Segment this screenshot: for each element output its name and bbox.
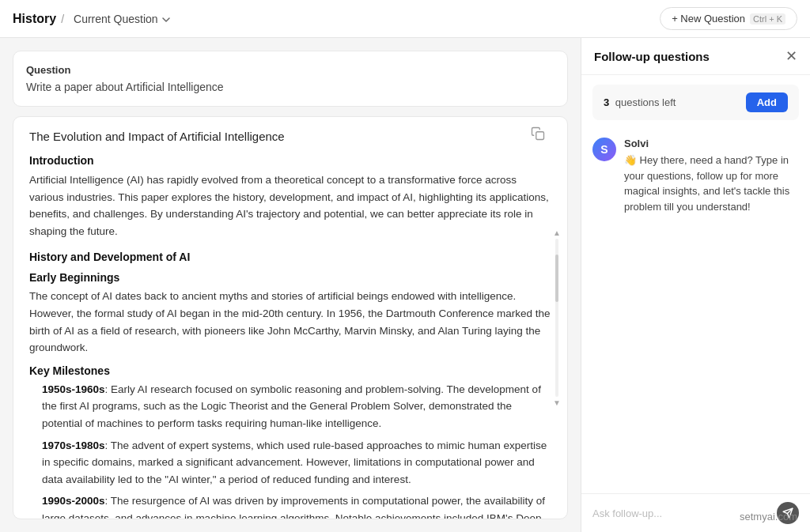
- close-button[interactable]: ✕: [785, 49, 797, 63]
- solvi-message-text: 👋 Hey there, need a hand? Type in your q…: [624, 153, 799, 214]
- milestone-1950s-period: 1950s-1960s: [42, 383, 105, 395]
- scroll-down-arrow[interactable]: ▼: [553, 398, 561, 407]
- question-label: Question: [26, 64, 555, 76]
- subsection-early-beginnings: Early Beginnings: [29, 271, 551, 284]
- solvi-bubble: Solvi 👋 Hey there, need a hand? Type in …: [624, 138, 799, 214]
- milestone-1990s: 1990s-2000s: The resurgence of AI was dr…: [42, 492, 551, 519]
- scroll-thumb: [555, 255, 558, 302]
- watermark: setmyai.com: [740, 511, 797, 523]
- response-card: ▲ ▼ The Evolution and Impact of Artifici…: [13, 116, 568, 519]
- milestone-list: 1950s-1960s: Early AI research focused o…: [29, 381, 551, 519]
- new-question-label: + New Question: [672, 13, 745, 25]
- subsection-key-milestones: Key Milestones: [29, 364, 551, 377]
- scroll-track: [555, 239, 558, 397]
- response-title: The Evolution and Impact of Artificial I…: [29, 130, 551, 143]
- current-question-label: Current Question: [74, 13, 158, 25]
- question-card: Question Write a paper about Artificial …: [13, 51, 568, 107]
- milestone-1970s-period: 1970s-1980s: [42, 440, 105, 451]
- keyboard-shortcut: Ctrl + K: [750, 13, 785, 25]
- milestone-1970s: 1970s-1980s: The advent of expert system…: [42, 437, 551, 489]
- section-introduction-heading: Introduction: [29, 154, 551, 167]
- breadcrumb: History / Current Question: [13, 11, 176, 27]
- add-button[interactable]: Add: [746, 92, 788, 112]
- section-history-heading: History and Development of AI: [29, 251, 551, 263]
- app-header: History / Current Question + New Questio…: [0, 0, 810, 38]
- breadcrumb-separator: /: [61, 13, 64, 25]
- milestone-1950s: 1950s-1960s: Early AI research focused o…: [42, 381, 551, 432]
- milestone-1950s-text: : Early AI research focused on symbolic …: [42, 383, 541, 429]
- solvi-name: Solvi: [624, 138, 799, 149]
- introduction-text: Artificial Intelligence (AI) has rapidly…: [29, 172, 551, 240]
- questions-left-label: questions left: [615, 96, 676, 108]
- solvi-message-row: S Solvi 👋 Hey there, need a hand? Type i…: [592, 138, 799, 214]
- questions-count: 3: [604, 96, 609, 108]
- scroll-up-arrow[interactable]: ▲: [553, 228, 561, 237]
- question-text: Write a paper about Artificial Intellige…: [26, 81, 555, 93]
- solvi-avatar: S: [592, 138, 616, 161]
- questions-left-bar: 3 questions left Add: [592, 85, 799, 120]
- right-panel: Follow-up questions ✕ 3 questions left A…: [581, 38, 810, 532]
- new-question-button[interactable]: + New Question Ctrl + K: [660, 7, 797, 30]
- response-content: The Evolution and Impact of Artificial I…: [13, 117, 567, 519]
- chevron-down-icon: [161, 14, 171, 24]
- milestone-1990s-period: 1990s-2000s: [42, 495, 105, 507]
- scroll-indicator: ▲ ▼: [553, 228, 561, 407]
- milestone-1970s-text: : The advent of expert systems, which us…: [42, 440, 547, 485]
- current-question-breadcrumb[interactable]: Current Question: [69, 11, 176, 27]
- milestone-1990s-text: : The resurgence of AI was driven by imp…: [42, 495, 545, 519]
- right-panel-title: Follow-up questions: [594, 50, 710, 63]
- left-panel: Question Write a paper about Artificial …: [0, 38, 581, 532]
- chat-area: S Solvi 👋 Hey there, need a hand? Type i…: [581, 130, 810, 493]
- app-title: History: [13, 12, 56, 26]
- main-layout: Question Write a paper about Artificial …: [0, 38, 810, 532]
- right-panel-header: Follow-up questions ✕: [581, 38, 810, 75]
- questions-left-text: 3 questions left: [604, 96, 676, 108]
- early-beginnings-text: The concept of AI dates back to ancient …: [29, 288, 551, 356]
- svg-rect-0: [536, 132, 544, 140]
- copy-button[interactable]: [531, 126, 545, 144]
